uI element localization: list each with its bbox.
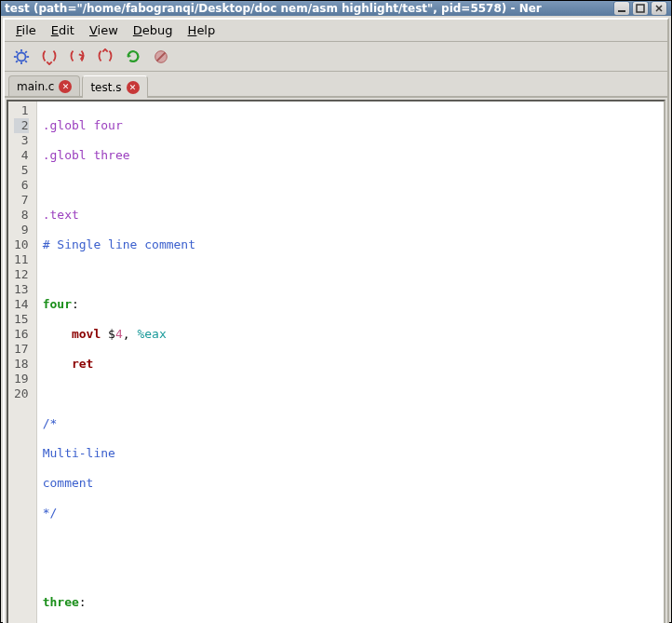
code-editor[interactable]: 1 2 3 4 5 6 7 8 9 10 11 12 13 14 15 16 1 bbox=[7, 100, 665, 623]
editor-area: 1 2 3 4 5 6 7 8 9 10 11 12 13 14 15 16 1 bbox=[5, 98, 667, 623]
menu-edit[interactable]: Edit bbox=[46, 21, 80, 39]
file-tabs: main.c ✕ test.s ✕ bbox=[5, 72, 667, 98]
svg-line-7 bbox=[16, 51, 18, 53]
tab-main-c[interactable]: main.c ✕ bbox=[8, 75, 80, 96]
svg-line-8 bbox=[25, 61, 27, 62]
window-controls bbox=[613, 1, 667, 16]
menu-help[interactable]: Help bbox=[182, 21, 222, 39]
reload-icon[interactable] bbox=[122, 46, 144, 68]
svg-rect-1 bbox=[637, 5, 644, 12]
line-gutter: 1 2 3 4 5 6 7 8 9 10 11 12 13 14 15 16 1 bbox=[8, 102, 37, 623]
close-button[interactable] bbox=[651, 1, 667, 16]
titlebar[interactable]: test (path="/home/fabogranqi/Desktop/doc… bbox=[1, 1, 671, 16]
svg-line-10 bbox=[25, 51, 27, 53]
toolbar bbox=[5, 42, 667, 72]
step-out-icon[interactable] bbox=[94, 46, 116, 68]
tab-label: main.c bbox=[17, 80, 54, 93]
code-content[interactable]: .globl four .globl three .text # Single … bbox=[37, 102, 231, 623]
menubar: File Edit View Debug Help bbox=[5, 20, 667, 42]
svg-point-2 bbox=[18, 52, 26, 61]
stop-icon[interactable] bbox=[150, 46, 172, 68]
close-icon[interactable]: ✕ bbox=[59, 80, 72, 93]
svg-line-9 bbox=[16, 61, 18, 62]
tab-label: test.s bbox=[90, 81, 121, 94]
step-into-icon[interactable] bbox=[38, 46, 60, 68]
tab-test-s[interactable]: test.s ✕ bbox=[82, 75, 147, 98]
close-icon[interactable]: ✕ bbox=[127, 81, 140, 94]
window-title: test (path="/home/fabogranqi/Desktop/doc… bbox=[5, 2, 613, 15]
window-content: File Edit View Debug Help bbox=[3, 18, 669, 623]
menu-view[interactable]: View bbox=[84, 21, 124, 39]
gear-icon[interactable] bbox=[10, 46, 33, 68]
menu-file[interactable]: File bbox=[10, 21, 42, 39]
svg-rect-0 bbox=[618, 10, 625, 12]
menu-debug[interactable]: Debug bbox=[128, 21, 179, 39]
maximize-button[interactable] bbox=[632, 1, 649, 16]
app-window: test (path="/home/fabogranqi/Desktop/doc… bbox=[0, 0, 672, 623]
minimize-button[interactable] bbox=[613, 1, 630, 16]
step-over-icon[interactable] bbox=[66, 46, 88, 68]
